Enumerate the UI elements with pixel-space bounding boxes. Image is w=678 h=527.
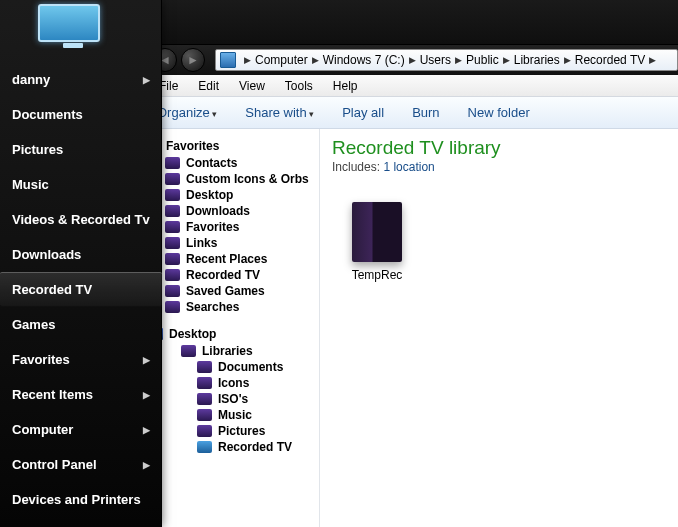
folder-icon: [165, 157, 180, 169]
start-menu-panel: danny▶DocumentsPicturesMusicVideos & Rec…: [0, 0, 162, 527]
library-title: Recorded TV library: [332, 137, 666, 159]
tree-item[interactable]: Downloads: [149, 203, 315, 219]
folder-icon: [165, 173, 180, 185]
tree-item[interactable]: Music: [149, 407, 315, 423]
tree-item-label: Pictures: [218, 424, 265, 438]
computer-icon: [220, 52, 236, 68]
tree-item-label: ISO's: [218, 392, 248, 406]
start-panel-item-label: Games: [12, 317, 55, 332]
tree-item[interactable]: Favorites: [149, 219, 315, 235]
folder-icon: [197, 409, 212, 421]
chevron-right-icon[interactable]: ▶: [244, 55, 251, 65]
new-folder-button[interactable]: New folder: [468, 105, 530, 120]
tree-item[interactable]: Recorded TV: [149, 267, 315, 283]
tree-item-label: Recorded TV: [186, 268, 260, 282]
tree-item-label: Favorites: [186, 220, 239, 234]
start-panel-item-label: Videos & Recorded Tv: [12, 212, 150, 227]
start-panel-item[interactable]: Videos & Recorded Tv: [0, 202, 162, 237]
tree-item[interactable]: Desktop: [149, 187, 315, 203]
window-titlebar[interactable]: [145, 0, 678, 45]
start-panel-item[interactable]: danny▶: [0, 62, 162, 97]
includes-link[interactable]: 1 location: [383, 160, 434, 174]
tree-desktop-header[interactable]: Desktop: [149, 325, 315, 343]
tree-item[interactable]: Documents: [149, 359, 315, 375]
menu-help[interactable]: Help: [325, 77, 366, 95]
folder-icon: [165, 301, 180, 313]
monitor-icon: [38, 4, 100, 42]
tree-item[interactable]: Recorded TV: [149, 439, 315, 455]
tree-item-label: Custom Icons & Orbs: [186, 172, 309, 186]
file-item[interactable]: TempRec: [332, 202, 422, 282]
start-panel-item[interactable]: Favorites▶: [0, 342, 162, 377]
start-panel-item[interactable]: Recorded TV: [0, 272, 162, 307]
folder-icon: [165, 269, 180, 281]
start-panel-item[interactable]: Devices and Printers: [0, 482, 162, 517]
folder-icon: [197, 393, 212, 405]
share-with-button[interactable]: Share with: [245, 105, 314, 120]
chevron-right-icon[interactable]: ▶: [503, 55, 510, 65]
organize-button[interactable]: Organize: [157, 105, 217, 120]
menu-edit[interactable]: Edit: [190, 77, 227, 95]
start-panel-item[interactable]: Pictures: [0, 132, 162, 167]
chevron-right-icon[interactable]: ▶: [649, 55, 656, 65]
start-panel-item[interactable]: Music: [0, 167, 162, 202]
menu-view[interactable]: View: [231, 77, 273, 95]
folder-icon: [165, 189, 180, 201]
tree-item[interactable]: ISO's: [149, 391, 315, 407]
breadcrumb-segment[interactable]: Public: [466, 53, 499, 67]
nav-forward-button[interactable]: ►: [181, 48, 205, 72]
start-panel-item-label: Downloads: [12, 247, 81, 262]
folder-icon: [197, 441, 212, 453]
menu-tools[interactable]: Tools: [277, 77, 321, 95]
tree-libraries[interactable]: Libraries: [149, 343, 315, 359]
tree-item-label: Recent Places: [186, 252, 267, 266]
submenu-arrow-icon: ▶: [143, 355, 150, 365]
folder-icon: [197, 361, 212, 373]
tree-item[interactable]: Pictures: [149, 423, 315, 439]
tree-item[interactable]: Contacts: [149, 155, 315, 171]
start-panel-item[interactable]: Games: [0, 307, 162, 342]
tree-item-label: Downloads: [186, 204, 250, 218]
content-area: Favorites ContactsCustom Icons & OrbsDes…: [145, 129, 678, 527]
breadcrumb-segment[interactable]: Windows 7 (C:): [323, 53, 405, 67]
breadcrumb-segment[interactable]: Users: [420, 53, 451, 67]
explorer-window: ◄ ► ▶Computer▶Windows 7 (C:)▶Users▶Publi…: [145, 0, 678, 527]
play-all-button[interactable]: Play all: [342, 105, 384, 120]
tree-item-label: Documents: [218, 360, 283, 374]
submenu-arrow-icon: ▶: [143, 390, 150, 400]
breadcrumb-segment[interactable]: Recorded TV: [575, 53, 645, 67]
tree-item-label: Desktop: [186, 188, 233, 202]
command-bar: Organize Share with Play all Burn New fo…: [145, 97, 678, 129]
tree-item[interactable]: Recent Places: [149, 251, 315, 267]
chevron-right-icon[interactable]: ▶: [409, 55, 416, 65]
folder-icon: [197, 425, 212, 437]
chevron-right-icon[interactable]: ▶: [564, 55, 571, 65]
chevron-right-icon[interactable]: ▶: [455, 55, 462, 65]
tree-item-label: Links: [186, 236, 217, 250]
items-pane[interactable]: Recorded TV library Includes: 1 location…: [320, 129, 678, 527]
start-panel-item[interactable]: Documents: [0, 97, 162, 132]
breadcrumb-segment[interactable]: Libraries: [514, 53, 560, 67]
breadcrumb-segment[interactable]: Computer: [255, 53, 308, 67]
folder-icon: [352, 202, 402, 262]
tree-favorites-header[interactable]: Favorites: [149, 137, 315, 155]
breadcrumb[interactable]: ▶Computer▶Windows 7 (C:)▶Users▶Public▶Li…: [215, 49, 678, 71]
start-panel-item[interactable]: Computer▶: [0, 412, 162, 447]
folder-icon: [197, 377, 212, 389]
start-panel-item-label: Computer: [12, 422, 73, 437]
user-picture-frame[interactable]: [38, 4, 108, 50]
folder-icon: [165, 253, 180, 265]
tree-item[interactable]: Searches: [149, 299, 315, 315]
navigation-pane: Favorites ContactsCustom Icons & OrbsDes…: [145, 129, 320, 527]
tree-item[interactable]: Icons: [149, 375, 315, 391]
tree-item[interactable]: Custom Icons & Orbs: [149, 171, 315, 187]
start-panel-item[interactable]: Recent Items▶: [0, 377, 162, 412]
tree-item-label: Recorded TV: [218, 440, 292, 454]
library-includes: Includes: 1 location: [332, 160, 666, 174]
start-panel-item[interactable]: Control Panel▶: [0, 447, 162, 482]
tree-item[interactable]: Saved Games: [149, 283, 315, 299]
burn-button[interactable]: Burn: [412, 105, 439, 120]
chevron-right-icon[interactable]: ▶: [312, 55, 319, 65]
start-panel-item[interactable]: Downloads: [0, 237, 162, 272]
tree-item[interactable]: Links: [149, 235, 315, 251]
